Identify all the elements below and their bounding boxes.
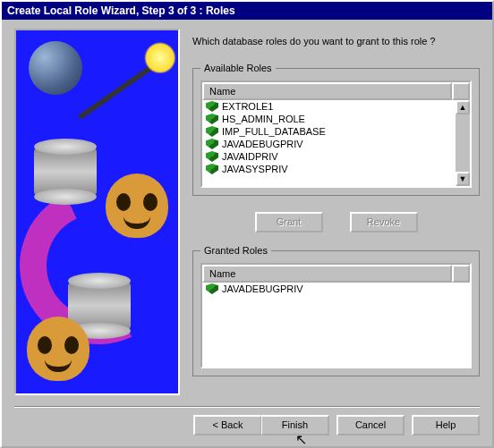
- available-list-body[interactable]: EXTROLE1 HS_ADMIN_ROLE IMP_FULL_DATABASE…: [202, 100, 470, 186]
- available-roles-legend: Available Roles: [200, 63, 276, 73]
- role-icon: [206, 114, 218, 124]
- grant-button[interactable]: Grant: [255, 212, 323, 232]
- scroll-down-button[interactable]: ▼: [456, 172, 470, 186]
- list-item[interactable]: JAVADEBUGPRIV: [202, 138, 470, 150]
- role-icon: [206, 164, 218, 174]
- finish-button[interactable]: Finish: [261, 415, 329, 435]
- nav-buttons: < Back Finish Cancel Help ↖: [2, 415, 492, 446]
- granted-list-body[interactable]: JAVADEBUGPRIV: [202, 283, 470, 367]
- role-icon: [206, 126, 218, 137]
- granted-roles-legend: Granted Roles: [200, 245, 271, 256]
- list-item[interactable]: JAVASYSPRIV: [202, 163, 470, 175]
- role-name: EXTROLE1: [222, 101, 273, 112]
- available-scrollbar[interactable]: ▲ ▼: [456, 100, 470, 186]
- list-item[interactable]: IMP_FULL_DATABASE: [202, 125, 470, 138]
- role-name: JAVASYSPRIV: [222, 164, 288, 174]
- role-icon: [206, 139, 218, 149]
- role-name: JAVADEBUGPRIV: [222, 139, 303, 149]
- list-item[interactable]: JAVADEBUGPRIV: [202, 283, 470, 295]
- revoke-button[interactable]: Revoke: [350, 212, 418, 232]
- wizard-image: [14, 29, 180, 395]
- content-area: Which database roles do you want to gran…: [2, 20, 492, 402]
- titlebar: Create Local Role Wizard, Step 3 of 3 : …: [2, 2, 492, 20]
- available-roles-list[interactable]: Name EXTROLE1 HS_ADMIN_ROLE IMP_FULL_DAT…: [200, 80, 472, 188]
- available-list-header: Name: [202, 82, 470, 100]
- granted-roles-list[interactable]: Name JAVADEBUGPRIV: [200, 263, 472, 368]
- back-button[interactable]: < Back: [193, 415, 261, 435]
- role-icon: [206, 151, 218, 162]
- role-icon: [206, 283, 218, 294]
- available-col-spacer: [452, 82, 470, 100]
- granted-roles-group: Granted Roles Name JAVADEBUGPRIV: [192, 245, 480, 376]
- role-name: IMP_FULL_DATABASE: [222, 126, 326, 137]
- cancel-button[interactable]: Cancel: [336, 415, 405, 435]
- role-name: HS_ADMIN_ROLE: [222, 114, 305, 124]
- role-name: JAVADEBUGPRIV: [222, 283, 303, 294]
- wizard-window: Create Local Role Wizard, Step 3 of 3 : …: [0, 0, 494, 448]
- help-button[interactable]: Help: [412, 415, 480, 435]
- prompt-text: Which database roles do you want to gran…: [192, 36, 480, 46]
- role-name: JAVAIDPRIV: [222, 151, 278, 162]
- list-item[interactable]: HS_ADMIN_ROLE: [202, 113, 470, 125]
- list-item[interactable]: EXTROLE1: [202, 100, 470, 113]
- available-roles-group: Available Roles Name EXTROLE1 HS_ADMIN_R…: [192, 63, 480, 196]
- available-col-name[interactable]: Name: [202, 82, 452, 100]
- scroll-track[interactable]: [456, 114, 470, 172]
- separator: [14, 406, 480, 408]
- right-pane: Which database roles do you want to gran…: [192, 29, 480, 397]
- granted-list-header: Name: [202, 265, 470, 283]
- granted-col-spacer: [452, 265, 470, 283]
- window-title: Create Local Role Wizard, Step 3 of 3 : …: [7, 4, 235, 17]
- scroll-up-button[interactable]: ▲: [456, 100, 470, 114]
- grant-revoke-row: Grant Revoke: [192, 212, 480, 232]
- role-icon: [206, 101, 218, 112]
- list-item[interactable]: JAVAIDPRIV: [202, 150, 470, 163]
- granted-col-name[interactable]: Name: [202, 265, 452, 283]
